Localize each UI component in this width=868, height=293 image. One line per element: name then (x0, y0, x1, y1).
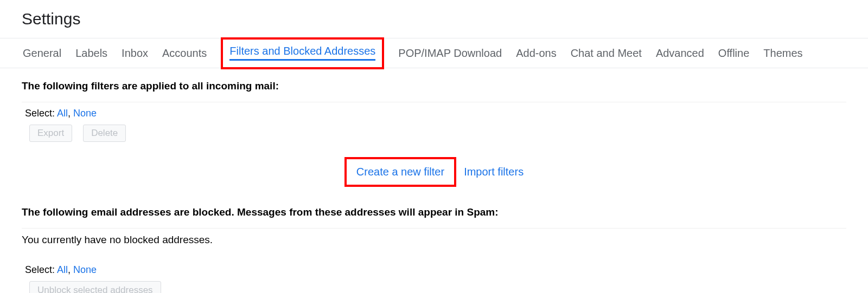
blocked-select-sep: , (68, 264, 73, 275)
page-title: Settings (0, 0, 868, 38)
tab-advanced[interactable]: Advanced (656, 40, 704, 67)
settings-tabs: General Labels Inbox Accounts Filters an… (0, 38, 868, 68)
filters-divider (22, 102, 846, 102)
filters-select-all[interactable]: All (57, 108, 68, 119)
tab-chat-meet[interactable]: Chat and Meet (571, 40, 642, 67)
unblock-button[interactable]: Unblock selected addresses (29, 281, 161, 293)
delete-button[interactable]: Delete (83, 125, 126, 142)
filters-heading: The following filters are applied to all… (22, 80, 846, 92)
blocked-select-row: Select: All, None (25, 264, 846, 276)
tab-addons[interactable]: Add-ons (516, 40, 557, 67)
filters-center-links: Create a new filter Import filters (22, 157, 846, 187)
export-button[interactable]: Export (29, 125, 72, 142)
tab-inbox[interactable]: Inbox (122, 40, 148, 67)
filters-select-label: Select: (25, 108, 55, 119)
highlight-create-filter: Create a new filter (344, 157, 456, 187)
blocked-divider (22, 228, 846, 229)
blocked-select-none[interactable]: None (73, 264, 97, 275)
tab-general[interactable]: General (23, 40, 61, 67)
settings-content: The following filters are applied to all… (0, 68, 868, 293)
create-new-filter-link[interactable]: Create a new filter (356, 166, 444, 178)
highlight-filters-tab: Filters and Blocked Addresses (221, 37, 384, 69)
filters-select-sep: , (68, 108, 73, 119)
blocked-heading: The following email addresses are blocke… (22, 206, 846, 218)
tab-popimap[interactable]: POP/IMAP Download (398, 40, 502, 67)
tab-labels[interactable]: Labels (75, 40, 107, 67)
tab-themes[interactable]: Themes (763, 40, 802, 67)
tab-filters-blocked[interactable]: Filters and Blocked Addresses (229, 45, 375, 62)
blocked-empty-message: You currently have no blocked addresses. (22, 234, 846, 246)
blocked-select-label: Select: (25, 264, 55, 275)
tab-accounts[interactable]: Accounts (162, 40, 207, 67)
blocked-select-all[interactable]: All (57, 264, 68, 275)
filters-select-none[interactable]: None (73, 108, 97, 119)
tab-offline[interactable]: Offline (718, 40, 749, 67)
filters-button-row: Export Delete (29, 125, 846, 142)
import-filters-link[interactable]: Import filters (464, 166, 524, 178)
filters-select-row: Select: All, None (25, 108, 846, 119)
